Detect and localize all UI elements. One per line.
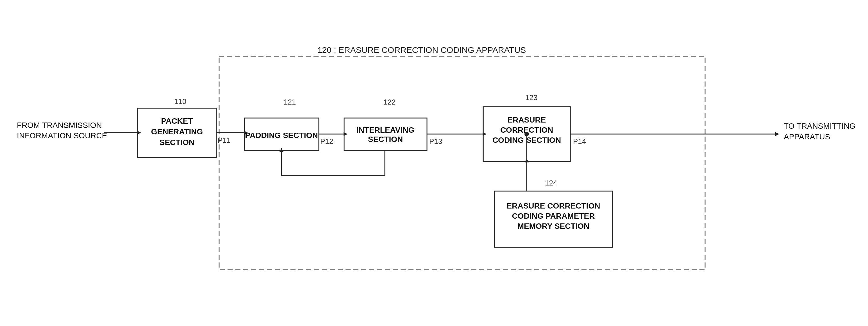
to-label-1: TO TRANSMITTING [784, 122, 856, 130]
from-label-2: INFORMATION SOURCE [17, 131, 107, 140]
interleaving-text-2: SECTION [368, 135, 403, 144]
erasure-memory-text-3: MEMORY SECTION [518, 222, 590, 231]
port-p11: P11 [218, 136, 230, 144]
ref-121: 121 [284, 98, 296, 106]
packet-gen-text-3: SECTION [160, 138, 194, 147]
packet-gen-text-1: PACKET [161, 117, 193, 125]
apparatus-title-label: 120 : ERASURE CORRECTION CODING APPARATU… [317, 45, 526, 55]
port-p13: P13 [429, 137, 442, 146]
ref-123: 123 [525, 93, 537, 102]
padding-text: PADDING SECTION [245, 131, 318, 140]
packet-gen-text-2: GENERATING [151, 127, 203, 136]
ref-110: 110 [174, 97, 186, 106]
port-p12: P12 [320, 137, 333, 146]
erasure-memory-text-1: ERASURE CORRECTION [507, 202, 600, 210]
interleaving-text-1: INTERLEAVING [356, 126, 414, 134]
ref-124: 124 [545, 179, 557, 187]
erasure-memory-text-2: CODING PARAMETER [512, 212, 595, 220]
to-label-2: APPARATUS [784, 132, 830, 141]
port-p14: P14 [573, 137, 586, 146]
from-label-1: FROM TRANSMISSION [17, 121, 102, 129]
diagram-container: 120 : ERASURE CORRECTION CODING APPARATU… [0, 0, 868, 326]
erasure-coding-text-1: ERASURE [507, 116, 546, 124]
ref-122: 122 [383, 98, 396, 106]
